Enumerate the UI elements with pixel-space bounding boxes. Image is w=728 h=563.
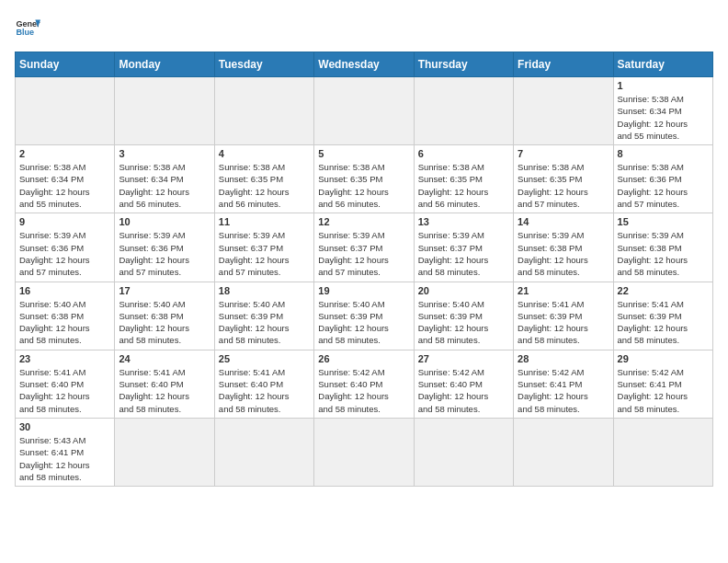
- calendar-week-row: 2Sunrise: 5:38 AM Sunset: 6:34 PM Daylig…: [16, 145, 713, 213]
- page-header: General Blue: [15, 15, 713, 40]
- day-number: 3: [119, 148, 210, 159]
- day-number: 7: [518, 148, 609, 159]
- day-info: Sunrise: 5:39 AM Sunset: 6:38 PM Dayligh…: [618, 229, 709, 278]
- day-info: Sunrise: 5:40 AM Sunset: 6:39 PM Dayligh…: [318, 298, 409, 347]
- day-info: Sunrise: 5:39 AM Sunset: 6:38 PM Dayligh…: [518, 229, 609, 278]
- day-number: 9: [19, 216, 110, 227]
- day-number: 20: [418, 285, 509, 296]
- day-info: Sunrise: 5:42 AM Sunset: 6:41 PM Dayligh…: [618, 366, 709, 415]
- day-number: 27: [418, 353, 509, 364]
- generalblue-logo-icon: General Blue: [15, 15, 40, 40]
- calendar-cell: 11Sunrise: 5:39 AM Sunset: 6:37 PM Dayli…: [214, 213, 313, 282]
- calendar-cell: 19Sunrise: 5:40 AM Sunset: 6:39 PM Dayli…: [314, 282, 414, 350]
- day-info: Sunrise: 5:40 AM Sunset: 6:38 PM Dayligh…: [119, 298, 210, 347]
- column-header-saturday: Saturday: [613, 52, 712, 77]
- day-number: 11: [219, 216, 310, 227]
- day-info: Sunrise: 5:39 AM Sunset: 6:37 PM Dayligh…: [418, 229, 509, 278]
- day-info: Sunrise: 5:42 AM Sunset: 6:40 PM Dayligh…: [318, 366, 409, 415]
- day-number: 24: [119, 353, 210, 364]
- calendar-cell: 15Sunrise: 5:39 AM Sunset: 6:38 PM Dayli…: [613, 213, 712, 282]
- day-info: Sunrise: 5:39 AM Sunset: 6:36 PM Dayligh…: [119, 229, 210, 278]
- day-info: Sunrise: 5:38 AM Sunset: 6:34 PM Dayligh…: [618, 93, 709, 142]
- day-number: 13: [418, 216, 509, 227]
- day-info: Sunrise: 5:40 AM Sunset: 6:39 PM Dayligh…: [219, 298, 310, 347]
- calendar-cell: [16, 77, 115, 145]
- day-info: Sunrise: 5:43 AM Sunset: 6:41 PM Dayligh…: [19, 434, 110, 483]
- day-number: 5: [318, 148, 409, 159]
- calendar-cell: 9Sunrise: 5:39 AM Sunset: 6:36 PM Daylig…: [16, 213, 115, 282]
- calendar-cell: [214, 77, 313, 145]
- day-info: Sunrise: 5:41 AM Sunset: 6:40 PM Dayligh…: [219, 366, 310, 415]
- day-number: 14: [518, 216, 609, 227]
- day-info: Sunrise: 5:39 AM Sunset: 6:37 PM Dayligh…: [219, 229, 310, 278]
- day-number: 28: [518, 353, 609, 364]
- calendar-cell: [514, 77, 613, 145]
- calendar-cell: [514, 418, 613, 486]
- calendar-cell: 12Sunrise: 5:39 AM Sunset: 6:37 PM Dayli…: [314, 213, 414, 282]
- day-number: 16: [19, 285, 110, 296]
- calendar-cell: 22Sunrise: 5:41 AM Sunset: 6:39 PM Dayli…: [613, 282, 712, 350]
- day-info: Sunrise: 5:38 AM Sunset: 6:35 PM Dayligh…: [418, 161, 509, 210]
- day-info: Sunrise: 5:42 AM Sunset: 6:41 PM Dayligh…: [518, 366, 609, 415]
- day-number: 17: [119, 285, 210, 296]
- day-number: 2: [19, 148, 110, 159]
- calendar-cell: [613, 418, 712, 486]
- day-info: Sunrise: 5:38 AM Sunset: 6:34 PM Dayligh…: [19, 161, 110, 210]
- calendar-week-row: 30Sunrise: 5:43 AM Sunset: 6:41 PM Dayli…: [16, 418, 713, 486]
- column-header-friday: Friday: [514, 52, 613, 77]
- day-info: Sunrise: 5:38 AM Sunset: 6:35 PM Dayligh…: [518, 161, 609, 210]
- day-info: Sunrise: 5:38 AM Sunset: 6:35 PM Dayligh…: [219, 161, 310, 210]
- day-number: 18: [219, 285, 310, 296]
- calendar-cell: 30Sunrise: 5:43 AM Sunset: 6:41 PM Dayli…: [16, 418, 115, 486]
- day-number: 6: [418, 148, 509, 159]
- calendar-cell: 8Sunrise: 5:38 AM Sunset: 6:36 PM Daylig…: [613, 145, 712, 213]
- calendar-week-row: 9Sunrise: 5:39 AM Sunset: 6:36 PM Daylig…: [16, 213, 713, 282]
- day-number: 8: [618, 148, 709, 159]
- day-info: Sunrise: 5:41 AM Sunset: 6:39 PM Dayligh…: [518, 298, 609, 347]
- calendar-week-row: 23Sunrise: 5:41 AM Sunset: 6:40 PM Dayli…: [16, 350, 713, 418]
- day-info: Sunrise: 5:38 AM Sunset: 6:35 PM Dayligh…: [318, 161, 409, 210]
- calendar-cell: 25Sunrise: 5:41 AM Sunset: 6:40 PM Dayli…: [214, 350, 313, 418]
- calendar-cell: 13Sunrise: 5:39 AM Sunset: 6:37 PM Dayli…: [414, 213, 513, 282]
- calendar-cell: 17Sunrise: 5:40 AM Sunset: 6:38 PM Dayli…: [115, 282, 214, 350]
- day-info: Sunrise: 5:41 AM Sunset: 6:40 PM Dayligh…: [19, 366, 110, 415]
- calendar-cell: 24Sunrise: 5:41 AM Sunset: 6:40 PM Dayli…: [115, 350, 214, 418]
- logo: General Blue: [15, 15, 40, 40]
- day-number: 12: [318, 216, 409, 227]
- day-info: Sunrise: 5:38 AM Sunset: 6:34 PM Dayligh…: [119, 161, 210, 210]
- day-number: 15: [618, 216, 709, 227]
- calendar-cell: 20Sunrise: 5:40 AM Sunset: 6:39 PM Dayli…: [414, 282, 513, 350]
- calendar-cell: 27Sunrise: 5:42 AM Sunset: 6:40 PM Dayli…: [414, 350, 513, 418]
- calendar-cell: 5Sunrise: 5:38 AM Sunset: 6:35 PM Daylig…: [314, 145, 414, 213]
- calendar-cell: [414, 77, 513, 145]
- calendar-cell: 7Sunrise: 5:38 AM Sunset: 6:35 PM Daylig…: [514, 145, 613, 213]
- day-info: Sunrise: 5:39 AM Sunset: 6:36 PM Dayligh…: [19, 229, 110, 278]
- calendar-cell: 6Sunrise: 5:38 AM Sunset: 6:35 PM Daylig…: [414, 145, 513, 213]
- day-number: 29: [618, 353, 709, 364]
- calendar-cell: 1Sunrise: 5:38 AM Sunset: 6:34 PM Daylig…: [613, 77, 712, 145]
- day-number: 19: [318, 285, 409, 296]
- day-number: 1: [618, 80, 709, 91]
- calendar-cell: [314, 77, 414, 145]
- day-info: Sunrise: 5:41 AM Sunset: 6:39 PM Dayligh…: [618, 298, 709, 347]
- calendar-cell: 2Sunrise: 5:38 AM Sunset: 6:34 PM Daylig…: [16, 145, 115, 213]
- calendar-week-row: 16Sunrise: 5:40 AM Sunset: 6:38 PM Dayli…: [16, 282, 713, 350]
- column-header-sunday: Sunday: [16, 52, 115, 77]
- column-header-wednesday: Wednesday: [314, 52, 414, 77]
- column-header-monday: Monday: [115, 52, 214, 77]
- svg-text:Blue: Blue: [16, 28, 34, 37]
- calendar-header-row: SundayMondayTuesdayWednesdayThursdayFrid…: [16, 52, 713, 77]
- day-number: 4: [219, 148, 310, 159]
- calendar-cell: 28Sunrise: 5:42 AM Sunset: 6:41 PM Dayli…: [514, 350, 613, 418]
- calendar-table: SundayMondayTuesdayWednesdayThursdayFrid…: [15, 52, 713, 487]
- calendar-cell: 10Sunrise: 5:39 AM Sunset: 6:36 PM Dayli…: [115, 213, 214, 282]
- calendar-cell: [314, 418, 414, 486]
- calendar-week-row: 1Sunrise: 5:38 AM Sunset: 6:34 PM Daylig…: [16, 77, 713, 145]
- calendar-cell: 14Sunrise: 5:39 AM Sunset: 6:38 PM Dayli…: [514, 213, 613, 282]
- day-number: 10: [119, 216, 210, 227]
- day-number: 21: [518, 285, 609, 296]
- calendar-cell: 3Sunrise: 5:38 AM Sunset: 6:34 PM Daylig…: [115, 145, 214, 213]
- calendar-cell: 26Sunrise: 5:42 AM Sunset: 6:40 PM Dayli…: [314, 350, 414, 418]
- calendar-cell: 29Sunrise: 5:42 AM Sunset: 6:41 PM Dayli…: [613, 350, 712, 418]
- calendar-cell: [214, 418, 313, 486]
